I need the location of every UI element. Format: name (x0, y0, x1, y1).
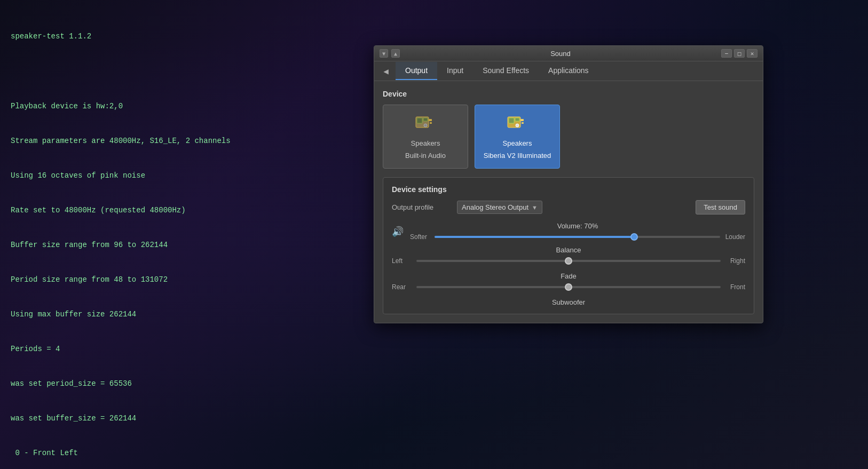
device-name-builtin: Speakers (411, 139, 440, 147)
output-profile-row: Output profile Analog Stereo Output ▼ Te… (392, 200, 745, 214)
titlebar-down-button[interactable]: ▼ (380, 49, 388, 58)
balance-slider-row: Left Right (392, 257, 745, 265)
terminal-line: speaker-test 1.1.2 (11, 31, 363, 43)
volume-row: 🔊 Volume: 70% Softer Louder (392, 222, 745, 241)
profile-dropdown-icon: ▼ (532, 204, 538, 211)
terminal-line: Using max buffer size 262144 (11, 309, 363, 321)
fade-container: Fade Rear Front (392, 272, 745, 291)
device-name-siberia: Speakers (503, 139, 532, 147)
dialog-tabs: ◀ Output Input Sound Effects Application… (374, 61, 763, 81)
speaker-siberia-icon (507, 114, 528, 135)
tab-applications[interactable]: Applications (539, 62, 598, 80)
svg-point-3 (424, 124, 427, 127)
terminal-line: Rate set to 48000Hz (requested 48000Hz) (11, 205, 363, 217)
titlebar-controls-right: − □ ✕ (721, 49, 757, 58)
svg-rect-5 (430, 122, 432, 124)
terminal-line: Period size range from 48 to 131072 (11, 274, 363, 286)
output-profile-value: Analog Stereo Output (462, 203, 528, 211)
front-label: Front (726, 283, 745, 291)
device-card-siberia[interactable]: Speakers Siberia V2 Illuminated (475, 105, 560, 169)
rear-label: Rear (392, 283, 411, 291)
balance-container: Balance Left Right (392, 246, 745, 265)
fade-label: Fade (392, 272, 745, 280)
fade-slider-row: Rear Front (392, 283, 745, 291)
svg-rect-7 (509, 118, 514, 123)
volume-slider-fill (435, 236, 634, 238)
settings-section-title: Device settings (392, 185, 745, 194)
dialog-body: Device Speakers Built-in Audio (374, 81, 763, 323)
dialog-titlebar: ▼ ▲ Sound − □ ✕ (374, 46, 763, 61)
subwoofer-label: Subwoofer (392, 298, 745, 306)
balance-label: Balance (392, 246, 745, 254)
titlebar-controls-left: ▼ ▲ (380, 49, 400, 58)
volume-slider-track[interactable] (435, 236, 720, 238)
volume-icon: 🔊 (392, 226, 405, 237)
terminal-line (11, 66, 363, 77)
terminal-line: Periods = 4 (11, 344, 363, 355)
fade-slider-track[interactable] (416, 286, 721, 288)
louder-label: Louder (725, 233, 745, 241)
svg-rect-2 (423, 118, 428, 121)
tab-sound-effects[interactable]: Sound Effects (473, 62, 539, 80)
device-card-builtin[interactable]: Speakers Built-in Audio (383, 105, 468, 169)
svg-rect-4 (429, 119, 432, 121)
tab-back-button[interactable]: ◀ (378, 61, 393, 81)
device-list: Speakers Built-in Audio Speakers Siberia… (383, 105, 754, 169)
balance-slider-track[interactable] (416, 260, 721, 262)
device-section-title: Device (383, 90, 754, 98)
svg-point-9 (516, 124, 519, 127)
tab-input[interactable]: Input (437, 62, 473, 80)
fade-slider-thumb[interactable] (565, 283, 572, 291)
close-button[interactable]: ✕ (747, 49, 757, 58)
titlebar-up-button[interactable]: ▲ (391, 49, 400, 58)
sound-dialog: ▼ ▲ Sound − □ ✕ ◀ Output Input Sound Eff… (374, 45, 763, 323)
volume-label: Volume: 70% (557, 222, 598, 230)
device-settings: Device settings Output profile Analog St… (383, 177, 754, 314)
test-sound-button[interactable]: Test sound (696, 200, 745, 214)
balance-slider-thumb[interactable] (565, 257, 572, 265)
minimize-button[interactable]: − (721, 49, 732, 58)
terminal-line: Stream parameters are 48000Hz, S16_LE, 2… (11, 136, 363, 147)
device-subtitle-builtin: Built-in Audio (405, 152, 446, 160)
terminal-line: Using 16 octaves of pink noise (11, 170, 363, 182)
terminal-line: was set period_size = 65536 (11, 378, 363, 390)
right-label: Right (726, 257, 745, 265)
softer-label: Softer (410, 233, 429, 241)
device-subtitle-siberia: Siberia V2 Illuminated (484, 152, 551, 160)
terminal-line: was set buffer_size = 262144 (11, 413, 363, 425)
svg-rect-10 (520, 119, 524, 121)
svg-rect-11 (522, 122, 524, 124)
svg-rect-8 (515, 118, 519, 121)
svg-rect-1 (417, 118, 422, 123)
tab-output[interactable]: Output (396, 62, 437, 80)
output-profile-select[interactable]: Analog Stereo Output ▼ (457, 201, 542, 214)
terminal-line: 0 - Front Left (11, 448, 363, 459)
speaker-builtin-icon (415, 114, 436, 135)
dialog-title: Sound (400, 50, 721, 58)
output-profile-label: Output profile (392, 203, 451, 211)
terminal-line: Buffer size range from 96 to 262144 (11, 240, 363, 251)
volume-slider-thumb[interactable] (630, 233, 638, 241)
terminal-output: speaker-test 1.1.2 Playback device is hw… (0, 0, 374, 469)
volume-slider-row: Softer Louder (410, 233, 745, 241)
maximize-button[interactable]: □ (734, 49, 745, 58)
left-label: Left (392, 257, 411, 265)
terminal-line: Playback device is hw:2,0 (11, 101, 363, 113)
